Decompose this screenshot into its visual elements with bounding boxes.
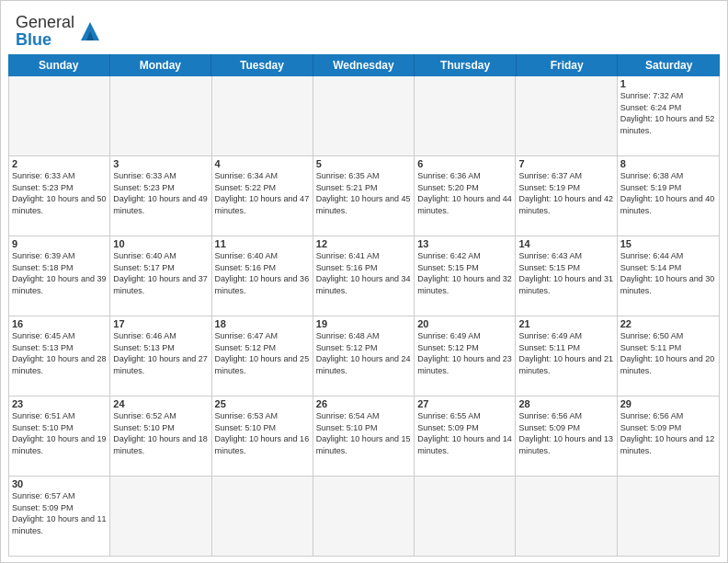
day-number: 9 [12, 238, 107, 249]
day-cell-17: 17Sunrise: 6:46 AMSunset: 5:13 PMDayligh… [110, 316, 211, 396]
day-cell-5: 5Sunrise: 6:35 AMSunset: 5:21 PMDaylight… [313, 156, 415, 236]
sun-info: Sunrise: 6:41 AMSunset: 5:16 PMDaylight:… [316, 250, 411, 296]
sun-info: Sunrise: 6:57 AMSunset: 5:09 PMDaylight:… [12, 490, 107, 536]
col-header-saturday: Saturday [618, 54, 720, 76]
day-cell-11: 11Sunrise: 6:40 AMSunset: 5:16 PMDayligh… [212, 236, 313, 316]
day-cell-13: 13Sunrise: 6:42 AMSunset: 5:15 PMDayligh… [415, 236, 516, 316]
sun-info: Sunrise: 6:33 AMSunset: 5:23 PMDaylight:… [12, 170, 107, 216]
day-cell-2: 2Sunrise: 6:33 AMSunset: 5:23 PMDaylight… [9, 156, 110, 236]
week-row-3: 16Sunrise: 6:45 AMSunset: 5:13 PMDayligh… [9, 316, 719, 396]
day-cell-26: 26Sunrise: 6:54 AMSunset: 5:10 PMDayligh… [313, 396, 415, 476]
sun-info: Sunrise: 6:56 AMSunset: 5:09 PMDaylight:… [518, 410, 613, 456]
day-number: 28 [518, 398, 613, 409]
day-cell-14: 14Sunrise: 6:43 AMSunset: 5:15 PMDayligh… [516, 236, 617, 316]
day-cell-16: 16Sunrise: 6:45 AMSunset: 5:13 PMDayligh… [9, 316, 110, 396]
day-cell-25: 25Sunrise: 6:53 AMSunset: 5:10 PMDayligh… [212, 396, 313, 476]
day-cell-21: 21Sunrise: 6:49 AMSunset: 5:11 PMDayligh… [516, 316, 617, 396]
day-cell-24: 24Sunrise: 6:52 AMSunset: 5:10 PMDayligh… [110, 396, 211, 476]
sun-info: Sunrise: 6:43 AMSunset: 5:15 PMDaylight:… [518, 250, 613, 296]
day-cell-empty-5-1 [110, 477, 211, 556]
day-cell-28: 28Sunrise: 6:56 AMSunset: 5:09 PMDayligh… [516, 396, 617, 476]
day-cell-10: 10Sunrise: 6:40 AMSunset: 5:17 PMDayligh… [110, 236, 211, 316]
day-cell-1: 1Sunrise: 7:32 AMSunset: 6:24 PMDaylight… [618, 76, 719, 155]
day-number: 29 [620, 398, 716, 409]
week-row-5: 30Sunrise: 6:57 AMSunset: 5:09 PMDayligh… [9, 477, 719, 556]
week-row-1: 2Sunrise: 6:33 AMSunset: 5:23 PMDaylight… [9, 156, 719, 236]
day-number: 4 [215, 158, 310, 169]
week-row-0: 1Sunrise: 7:32 AMSunset: 6:24 PMDaylight… [9, 76, 719, 156]
day-cell-empty-5-5 [516, 477, 617, 556]
day-number: 6 [417, 158, 512, 169]
day-cell-6: 6Sunrise: 6:36 AMSunset: 5:20 PMDaylight… [415, 156, 516, 236]
day-cell-18: 18Sunrise: 6:47 AMSunset: 5:12 PMDayligh… [212, 316, 313, 396]
day-cell-empty-0-4 [415, 76, 516, 155]
day-cell-12: 12Sunrise: 6:41 AMSunset: 5:16 PMDayligh… [313, 236, 415, 316]
day-number: 16 [12, 318, 107, 329]
sun-info: Sunrise: 6:48 AMSunset: 5:12 PMDaylight:… [316, 330, 411, 376]
day-number: 5 [316, 158, 411, 169]
sun-info: Sunrise: 6:35 AMSunset: 5:21 PMDaylight:… [316, 170, 411, 216]
day-number: 20 [417, 318, 512, 329]
sun-info: Sunrise: 6:52 AMSunset: 5:10 PMDaylight:… [113, 410, 208, 456]
day-cell-empty-5-4 [415, 477, 516, 556]
sun-info: Sunrise: 6:56 AMSunset: 5:09 PMDaylight:… [620, 410, 716, 456]
col-header-sunday: Sunday [8, 54, 110, 76]
col-header-wednesday: Wednesday [313, 54, 415, 76]
day-number: 1 [620, 78, 716, 89]
calendar-header-row: SundayMondayTuesdayWednesdayThursdayFrid… [8, 54, 720, 76]
sun-info: Sunrise: 7:32 AMSunset: 6:24 PMDaylight:… [620, 90, 716, 136]
sun-info: Sunrise: 6:39 AMSunset: 5:18 PMDaylight:… [12, 250, 107, 296]
day-number: 2 [12, 158, 107, 169]
header: General Blue [1, 1, 727, 54]
day-number: 17 [113, 318, 208, 329]
calendar: SundayMondayTuesdayWednesdayThursdayFrid… [8, 54, 720, 557]
sun-info: Sunrise: 6:53 AMSunset: 5:10 PMDaylight:… [215, 410, 310, 456]
sun-info: Sunrise: 6:46 AMSunset: 5:13 PMDaylight:… [113, 330, 208, 376]
day-number: 3 [113, 158, 208, 169]
sun-info: Sunrise: 6:45 AMSunset: 5:13 PMDaylight:… [12, 330, 107, 376]
day-cell-empty-0-1 [110, 76, 211, 155]
sun-info: Sunrise: 6:49 AMSunset: 5:12 PMDaylight:… [417, 330, 512, 376]
day-number: 18 [215, 318, 310, 329]
sun-info: Sunrise: 6:51 AMSunset: 5:10 PMDaylight:… [12, 410, 107, 456]
day-cell-empty-5-3 [313, 477, 415, 556]
day-number: 15 [620, 238, 716, 249]
day-cell-empty-0-5 [516, 76, 617, 155]
day-cell-29: 29Sunrise: 6:56 AMSunset: 5:09 PMDayligh… [618, 396, 719, 476]
day-cell-empty-0-3 [313, 76, 415, 155]
calendar-body: 1Sunrise: 7:32 AMSunset: 6:24 PMDaylight… [8, 76, 720, 557]
day-number: 13 [417, 238, 512, 249]
week-row-2: 9Sunrise: 6:39 AMSunset: 5:18 PMDaylight… [9, 236, 719, 316]
sun-info: Sunrise: 6:33 AMSunset: 5:23 PMDaylight:… [113, 170, 208, 216]
col-header-tuesday: Tuesday [211, 54, 313, 76]
day-cell-23: 23Sunrise: 6:51 AMSunset: 5:10 PMDayligh… [9, 396, 110, 476]
col-header-thursday: Thursday [415, 54, 517, 76]
day-number: 11 [215, 238, 310, 249]
day-number: 22 [620, 318, 716, 329]
sun-info: Sunrise: 6:55 AMSunset: 5:09 PMDaylight:… [417, 410, 512, 456]
sun-info: Sunrise: 6:49 AMSunset: 5:11 PMDaylight:… [518, 330, 613, 376]
day-cell-9: 9Sunrise: 6:39 AMSunset: 5:18 PMDaylight… [9, 236, 110, 316]
day-number: 26 [316, 398, 411, 409]
day-number: 10 [113, 238, 208, 249]
sun-info: Sunrise: 6:50 AMSunset: 5:11 PMDaylight:… [620, 330, 716, 376]
day-number: 27 [417, 398, 512, 409]
day-number: 12 [316, 238, 411, 249]
day-cell-30: 30Sunrise: 6:57 AMSunset: 5:09 PMDayligh… [9, 477, 110, 556]
sun-info: Sunrise: 6:44 AMSunset: 5:14 PMDaylight:… [620, 250, 716, 296]
day-cell-20: 20Sunrise: 6:49 AMSunset: 5:12 PMDayligh… [415, 316, 516, 396]
day-cell-empty-0-2 [212, 76, 313, 155]
day-cell-19: 19Sunrise: 6:48 AMSunset: 5:12 PMDayligh… [313, 316, 415, 396]
day-cell-empty-0-0 [9, 76, 110, 155]
sun-info: Sunrise: 6:40 AMSunset: 5:16 PMDaylight:… [215, 250, 310, 296]
logo-icon [77, 18, 103, 44]
day-number: 19 [316, 318, 411, 329]
day-cell-4: 4Sunrise: 6:34 AMSunset: 5:22 PMDaylight… [212, 156, 313, 236]
day-number: 14 [518, 238, 613, 249]
day-cell-15: 15Sunrise: 6:44 AMSunset: 5:14 PMDayligh… [618, 236, 719, 316]
calendar-page: General Blue SundayMondayTuesdayWednesda… [0, 0, 728, 563]
week-row-4: 23Sunrise: 6:51 AMSunset: 5:10 PMDayligh… [9, 396, 719, 477]
sun-info: Sunrise: 6:34 AMSunset: 5:22 PMDaylight:… [215, 170, 310, 216]
day-number: 7 [518, 158, 613, 169]
day-number: 30 [12, 478, 107, 489]
